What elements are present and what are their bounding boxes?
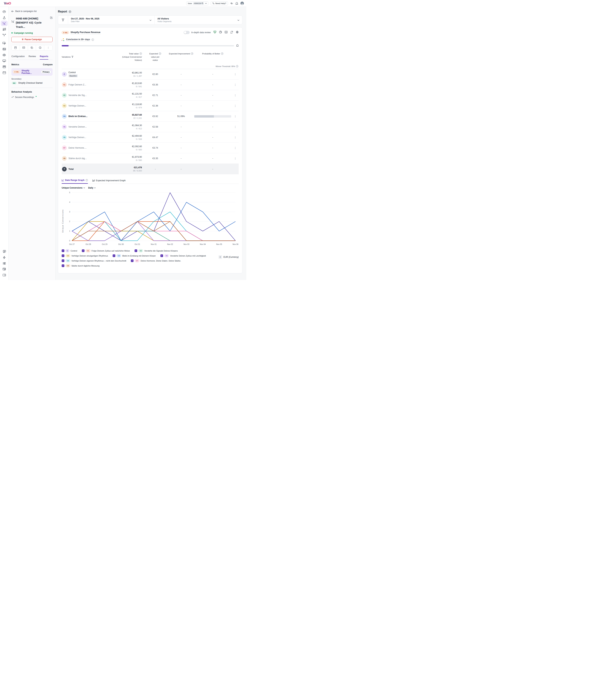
legend-item-V7[interactable]: ✓ V7 Deine Hormone. Deine Daten. Deine S… — [131, 259, 181, 262]
row-menu-kebab-icon[interactable]: ⋮ — [232, 73, 239, 76]
tab-expected-improvement-graph[interactable]: Expected Improvement Graph — [92, 179, 126, 184]
row-menu-kebab-icon[interactable]: ⋮ — [232, 94, 239, 97]
rail-settings-sliders-icon[interactable] — [1, 261, 8, 266]
chart-canvas[interactable]: 012345Oct 27Oct 28Oct 29Oct 30Oct 31Nov … — [64, 190, 239, 247]
metric-m1-item[interactable]: ☆M1 Shopify Purchas... Primary — [11, 68, 53, 76]
row-menu-kebab-icon[interactable]: ⋮ — [232, 125, 239, 128]
currency-selector[interactable]: € EUR (Currency) — [219, 255, 239, 259]
notify-bell-icon[interactable] — [236, 44, 239, 48]
help-icon[interactable]: ? — [86, 179, 88, 182]
notifications-bell-icon[interactable] — [235, 2, 238, 5]
help-icon[interactable]: ? — [159, 52, 161, 55]
checkbox-checked[interactable]: ✓ — [62, 249, 64, 252]
rail-personalize-icon[interactable] — [1, 40, 8, 46]
tab-reports[interactable]: Reports — [40, 55, 48, 60]
rail-deploy-icon[interactable] — [1, 58, 8, 63]
variation-name[interactable]: Verfolge Deinen... — [68, 104, 86, 107]
variation-name[interactable]: Verfolge Deinen... — [68, 136, 86, 139]
variation-name[interactable]: Control — [68, 71, 78, 74]
help-icon[interactable]: ? — [236, 65, 238, 67]
edit-campaign-icon[interactable] — [50, 16, 53, 29]
need-help-button[interactable]: Need Help? — [211, 1, 228, 5]
rail-browser-refresh-icon[interactable] — [1, 266, 8, 272]
rail-recordings-icon[interactable] — [1, 249, 8, 254]
session-recordings-link[interactable]: Session Recordings — [11, 96, 53, 99]
rail-layout-icon[interactable] — [1, 27, 8, 32]
row-menu-kebab-icon[interactable]: ⋮ — [232, 115, 239, 118]
user-avatar[interactable] — [241, 2, 244, 5]
rail-insights-bolt-icon[interactable] — [1, 255, 8, 260]
variation-name[interactable]: Stärke durch täg... — [68, 157, 87, 160]
conclusion-label[interactable]: Conclusion in 30+ days — [66, 38, 90, 41]
variation-name[interactable]: Folge Deinem Z... — [68, 84, 86, 86]
refresh-icon[interactable] — [230, 31, 233, 34]
glossary-book-icon[interactable] — [224, 31, 228, 34]
checkbox-checked[interactable]: ✓ — [134, 249, 137, 252]
legend-item-V4[interactable]: ✓ V4 Bleib im Einklang mit Deinem Körper — [113, 254, 156, 257]
back-to-campaigns-link[interactable]: Back to campaigns list — [11, 10, 53, 12]
rail-data-layers-icon[interactable] — [1, 64, 8, 70]
legend-item-V5[interactable]: ✓ V5 Verstehe Deinen Zyklus mit Leichtig… — [161, 254, 206, 257]
row-menu-kebab-icon[interactable]: ⋮ — [232, 83, 239, 86]
help-icon[interactable]: ? — [191, 52, 193, 55]
pie-chart-icon[interactable] — [219, 31, 222, 34]
row-menu-kebab-icon[interactable]: ⋮ — [232, 136, 239, 139]
compare-link[interactable]: Compare — [43, 63, 53, 66]
legend-item-V1[interactable]: ✓ V1 Folge Deinem Zyklus auf natürliche … — [82, 249, 130, 252]
help-icon[interactable]: ? — [221, 52, 223, 55]
settings-gear-icon[interactable] — [236, 31, 239, 34]
rail-split-url-icon[interactable] — [1, 33, 8, 38]
metric-name[interactable]: Shopify Purchase Revenue — [70, 31, 101, 34]
rail-target-icon[interactable] — [1, 52, 8, 58]
in-depth-toggle[interactable] — [183, 31, 190, 34]
legend-item-V6[interactable]: ✓ V6 Verfolge Deinen eigenen Rhythmus – … — [62, 259, 126, 262]
history-button[interactable] — [36, 45, 44, 50]
help-icon[interactable]: ? — [140, 52, 142, 55]
row-menu-kebab-icon[interactable]: ⋮ — [232, 147, 239, 149]
tab-date-range-graph[interactable]: Date Range Graph ? — [62, 179, 88, 184]
tab-review[interactable]: Review — [28, 55, 36, 60]
rail-testing-flask-icon[interactable] — [1, 15, 8, 20]
filter-icon[interactable] — [72, 56, 74, 58]
account-selector[interactable]: Inne #996036 — [186, 1, 208, 5]
rail-calendar-icon[interactable] — [1, 70, 8, 75]
checkbox-checked[interactable]: ✓ — [161, 254, 163, 257]
checkbox-checked[interactable]: ✓ — [131, 259, 133, 262]
rail-ab-testing-icon[interactable]: AB — [1, 21, 8, 26]
variation-name[interactable]: Verstehe die Sig... — [68, 94, 87, 97]
checkbox-checked[interactable]: ✓ — [62, 264, 64, 267]
chart-metric-dropdown[interactable]: Unique Conversions — [62, 187, 85, 189]
visitor-segments-dropdown[interactable]: All Visitors Visitor Segments — [155, 16, 242, 24]
variation-name[interactable]: Verstehe Deinen... — [68, 126, 87, 128]
legend-item-V3[interactable]: ✓ V3 Verfolge Deinen einzigartigen Rhyth… — [62, 254, 108, 257]
email-button[interactable] — [20, 45, 28, 50]
variation-name[interactable]: Total — [68, 168, 74, 170]
variation-name[interactable]: Deine Hormone.... — [68, 147, 87, 149]
rail-panel-icon[interactable] — [1, 272, 8, 278]
row-menu-kebab-icon[interactable]: ⋮ — [232, 104, 239, 107]
checkbox-checked[interactable]: ✓ — [62, 254, 64, 257]
metric-m2-item[interactable]: M2 Shopify Checkout Started — [11, 82, 53, 84]
duplicate-button[interactable] — [28, 45, 36, 50]
rail-server-icon[interactable] — [1, 46, 8, 52]
legend-item-V2[interactable]: ✓ V2 Verstehe die Signale Deines Körpers — [134, 249, 178, 252]
more-options-button[interactable]: ⋮ — [44, 45, 52, 50]
variation-name[interactable]: Bleib im Einklan... — [68, 115, 88, 117]
pause-campaign-button[interactable]: Pause Campaign — [11, 37, 53, 42]
tab-configuration[interactable]: Configuration — [11, 55, 25, 60]
checkbox-checked[interactable]: ✓ — [82, 249, 85, 252]
date-filter-dropdown[interactable]: Oct 27, 2025 - Nov 06, 2025 Date Filter — [68, 16, 154, 24]
vwo-logo[interactable]: VwO — [4, 1, 11, 5]
row-menu-kebab-icon[interactable]: ⋮ — [232, 157, 239, 160]
activity-icon[interactable] — [230, 2, 233, 5]
rail-dashboard-icon[interactable] — [1, 9, 8, 14]
report-tour-icon[interactable] — [69, 10, 71, 13]
legend-item-V8[interactable]: ✓ V8 Stärke durch tägliche Messung — [62, 264, 100, 267]
info-icon[interactable]: i — [92, 39, 94, 41]
chart-interval-dropdown[interactable]: Daily — [88, 187, 96, 189]
archive-button[interactable] — [12, 45, 20, 50]
metric-health-icon[interactable] — [213, 31, 216, 34]
checkbox-checked[interactable]: ✓ — [113, 254, 115, 257]
legend-item-C[interactable]: ✓ C Control — [62, 249, 77, 252]
checkbox-checked[interactable]: ✓ — [62, 259, 64, 262]
